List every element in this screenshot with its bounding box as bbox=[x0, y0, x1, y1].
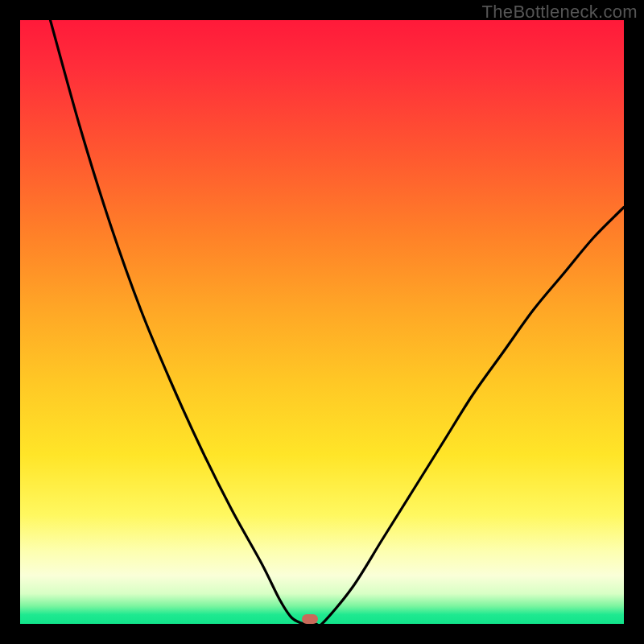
curve-svg bbox=[20, 20, 624, 624]
plot-area bbox=[20, 20, 624, 624]
watermark-text: TheBottleneck.com bbox=[482, 2, 638, 23]
chart-frame: TheBottleneck.com bbox=[0, 0, 644, 644]
bottleneck-curve bbox=[51, 20, 625, 624]
min-point-marker bbox=[302, 614, 318, 624]
